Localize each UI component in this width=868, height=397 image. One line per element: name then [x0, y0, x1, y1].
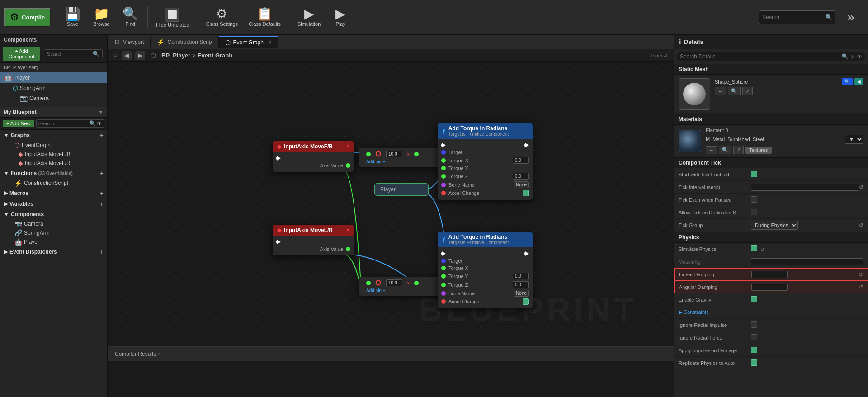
- linear-damping-input[interactable]: 0.05: [751, 271, 788, 278]
- spring-arm-var-item[interactable]: 🔗 SpringArm: [0, 228, 107, 237]
- details-eye-icon[interactable]: 👁: [857, 53, 862, 60]
- add-pin-1[interactable]: Add pin +: [363, 158, 437, 165]
- browse-button[interactable]: 📁 Browse: [88, 6, 115, 28]
- functions-add-btn[interactable]: +: [100, 170, 104, 177]
- mult2-close[interactable]: ×: [407, 280, 410, 286]
- mult2-value[interactable]: [386, 279, 402, 286]
- ignore-radial-impulse-checkbox[interactable]: [751, 321, 757, 328]
- input-movelr-close[interactable]: ×: [346, 227, 349, 233]
- tick-group-reset[interactable]: ↺: [859, 222, 863, 228]
- tick-paused-checkbox[interactable]: [751, 196, 757, 203]
- linear-damping-reset[interactable]: ↺: [859, 271, 863, 278]
- torque-node-1[interactable]: ƒ Add Torque in Radians Target is Primit…: [438, 123, 533, 200]
- mult1-close[interactable]: ×: [407, 151, 410, 157]
- start-tick-checkbox[interactable]: [751, 171, 757, 177]
- event-dispatchers-section[interactable]: ▶Event Dispatchers +: [0, 246, 107, 257]
- toolbar-search-input[interactable]: [762, 14, 826, 20]
- enable-gravity-checkbox[interactable]: [751, 296, 757, 302]
- simulation-button[interactable]: ▶ Simulation: [293, 6, 325, 28]
- mesh-back-btn[interactable]: ←: [715, 87, 726, 95]
- torque2-torquey-val[interactable]: [513, 273, 529, 279]
- components-search-input[interactable]: [47, 51, 93, 57]
- mesh-open-btn[interactable]: ↗: [742, 87, 753, 95]
- tick-interval-input[interactable]: 0.0: [751, 184, 859, 191]
- tab-construction-script[interactable]: ⚡ Construction Scrip: [151, 37, 218, 47]
- spring-arm-tree-item[interactable]: ⬡ SpringArm: [0, 83, 107, 93]
- bp-search[interactable]: 🔍 👁: [36, 119, 104, 128]
- ignore-radial-force-checkbox[interactable]: [751, 334, 757, 340]
- class-defaults-button[interactable]: 📋 Class Defaults: [244, 6, 285, 28]
- mesh-browse-button[interactable]: 🔍: [842, 78, 853, 85]
- mult1-value[interactable]: [386, 151, 402, 157]
- player-tree-item[interactable]: 🤖 Player: [0, 72, 107, 83]
- search-details-bar[interactable]: 🔍 ⊞ 👁: [677, 52, 865, 61]
- torque2-accel-check[interactable]: [523, 298, 529, 305]
- mat-search-btn[interactable]: 🔍: [719, 146, 731, 154]
- simulate-physics-checkbox[interactable]: [751, 245, 757, 251]
- mesh-use-button[interactable]: ◀: [854, 78, 863, 85]
- input-movefb-item[interactable]: ◆ InputAxis MoveF/B: [0, 150, 107, 159]
- tick-interval-reset[interactable]: ↺: [859, 184, 863, 190]
- camera-tree-item[interactable]: 📷 Camera: [0, 93, 107, 103]
- search-details-input[interactable]: [680, 53, 842, 60]
- graphs-add-btn[interactable]: +: [100, 132, 104, 139]
- mat-open-btn[interactable]: ↗: [733, 146, 744, 154]
- functions-section[interactable]: ▼Functions (23 Overridable) +: [0, 168, 107, 179]
- replicate-physics-checkbox[interactable]: [751, 359, 757, 366]
- toolbar-search[interactable]: 🔍: [759, 10, 835, 24]
- compiler-tab-close[interactable]: ×: [158, 351, 161, 357]
- input-movelr-item[interactable]: ◆ InputAxis MoveL/R: [0, 159, 107, 168]
- camera-var-item[interactable]: 📷 Camera: [0, 219, 107, 228]
- tab-event-graph[interactable]: ⬡ Event Graph ×: [219, 36, 278, 48]
- variables-section[interactable]: ▶Variables +: [0, 198, 107, 209]
- event-dispatchers-add-btn[interactable]: +: [100, 248, 104, 255]
- play-button[interactable]: ▶ Play: [327, 6, 354, 28]
- multiply-node-2[interactable]: ⭕ × Add pin +: [359, 277, 440, 296]
- player-node[interactable]: Player: [374, 183, 429, 196]
- variables-add-btn[interactable]: +: [100, 200, 104, 208]
- components-search[interactable]: 🔍: [44, 49, 103, 58]
- expand-button[interactable]: »: [837, 9, 864, 25]
- torque1-accel-check[interactable]: [523, 190, 529, 196]
- input-movefb-close[interactable]: ×: [346, 143, 349, 150]
- torque2-torquez-val[interactable]: [513, 281, 529, 288]
- add-component-button[interactable]: + Add Component: [3, 47, 40, 61]
- material-dropdown[interactable]: ▼: [845, 135, 863, 144]
- macros-section[interactable]: ▶Macros +: [0, 188, 107, 198]
- class-settings-button[interactable]: ⚙ Class Settings: [202, 6, 242, 28]
- torque1-torquex-val[interactable]: [513, 157, 529, 164]
- tick-group-select[interactable]: During Physics: [751, 221, 798, 230]
- macros-add-btn[interactable]: +: [100, 189, 104, 197]
- compile-button[interactable]: ⚙ Compile: [4, 8, 51, 27]
- hide-unrelated-button[interactable]: 🔲 Hide Unrelated: [151, 5, 193, 29]
- mat-back-btn[interactable]: ←: [706, 146, 717, 154]
- tab-viewport[interactable]: 🖥 Viewport: [108, 37, 151, 47]
- nav-forward-button[interactable]: ▶: [135, 51, 145, 60]
- simulate-physics-reset[interactable]: ↺: [760, 247, 764, 252]
- tab-close-btn[interactable]: ×: [268, 39, 271, 46]
- torque-node-2[interactable]: ƒ Add Torque in Radians Target is Primit…: [438, 232, 533, 308]
- nav-back-button[interactable]: ◀: [122, 51, 132, 60]
- textures-button[interactable]: Textures: [745, 147, 772, 154]
- find-button[interactable]: 🔍 Find: [117, 6, 144, 28]
- graph-canvas[interactable]: BLUEPRINT ◆ InputAxis MoveF/B: [108, 62, 674, 346]
- add-pin-2[interactable]: Add pin +: [363, 287, 437, 294]
- star-button[interactable]: ☆: [113, 52, 118, 59]
- multiply-node-1[interactable]: ⭕ × Add pin +: [359, 148, 440, 167]
- mesh-search-btn[interactable]: 🔍: [728, 87, 741, 95]
- event-graph-item[interactable]: ⬡ EventGraph: [0, 141, 107, 150]
- node-input-movefb[interactable]: ◆ InputAxis MoveF/B × Axis Value: [273, 141, 354, 172]
- angular-damping-reset[interactable]: ↺: [859, 284, 863, 290]
- details-grid-view-icon[interactable]: ⊞: [850, 53, 855, 60]
- bp-components-section[interactable]: ▼Components: [0, 209, 107, 219]
- apply-impulse-checkbox[interactable]: [751, 347, 757, 353]
- save-button[interactable]: 💾 Save: [59, 6, 86, 28]
- torque1-torquez-val[interactable]: [513, 173, 529, 180]
- compiler-results-tab[interactable]: Compiler Results ×: [111, 349, 165, 359]
- bp-search-input[interactable]: [38, 121, 89, 126]
- angular-damping-input[interactable]: 0.8: [751, 284, 788, 291]
- allow-tick-checkbox[interactable]: [751, 209, 757, 215]
- add-new-button[interactable]: + Add New: [3, 120, 34, 127]
- construction-script-item[interactable]: ⚡ ConstructionScript: [0, 179, 107, 188]
- node-input-movelr[interactable]: ◆ InputAxis MoveL/R × Axis Value: [273, 225, 354, 255]
